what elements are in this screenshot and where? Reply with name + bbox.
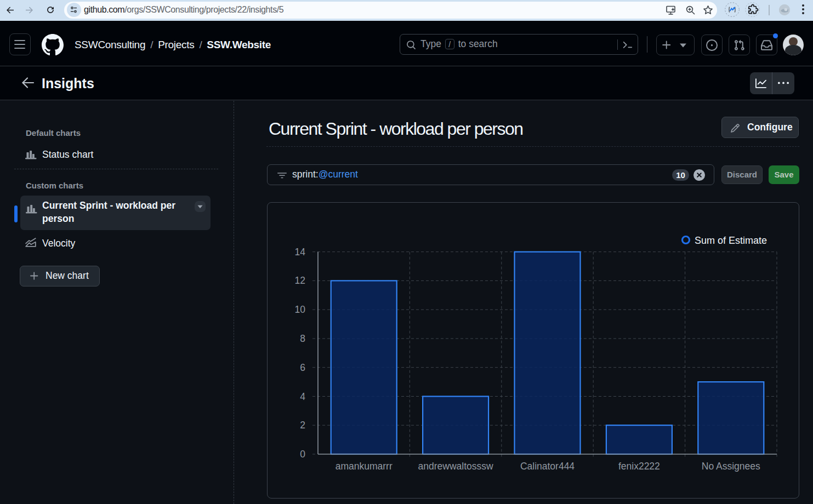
svg-text:8: 8 xyxy=(300,333,305,344)
svg-text:10: 10 xyxy=(295,304,306,315)
svg-text:14: 14 xyxy=(295,247,306,257)
svg-text:6: 6 xyxy=(300,362,305,373)
svg-text:2: 2 xyxy=(300,420,305,431)
svg-text:andrewwaltosssw: andrewwaltosssw xyxy=(418,461,493,472)
svg-text:No Assignees: No Assignees xyxy=(702,461,760,472)
svg-text:Calinator444: Calinator444 xyxy=(520,461,575,472)
svg-text:Sum of Estimate: Sum of Estimate xyxy=(695,235,767,246)
svg-text:4: 4 xyxy=(300,391,305,402)
svg-text:12: 12 xyxy=(295,275,305,286)
svg-text:fenix2222: fenix2222 xyxy=(618,461,660,472)
svg-text:amankumarrr: amankumarrr xyxy=(336,461,393,472)
svg-text:0: 0 xyxy=(300,449,305,460)
